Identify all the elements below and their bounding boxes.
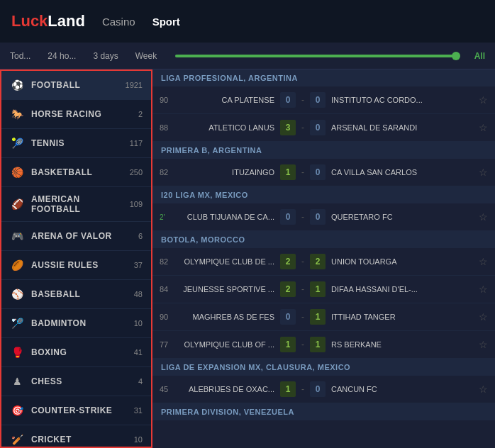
sidebar-item-boxing[interactable]: 🥊 BOXING 41 bbox=[1, 338, 151, 367]
match-time: 82 bbox=[160, 257, 177, 266]
score-away: 1 bbox=[310, 337, 326, 352]
header: LuckLand Casino Sport bbox=[0, 0, 495, 43]
filter-today[interactable]: Tod... bbox=[6, 48, 35, 64]
sport-icon: ⚾ bbox=[10, 287, 24, 301]
score-home: 1 bbox=[280, 337, 296, 352]
score-separator: - bbox=[301, 257, 304, 267]
sport-icon: 🏸 bbox=[10, 316, 24, 330]
away-team: ITTIHAD TANGER bbox=[331, 313, 473, 321]
sport-label: HORSE RACING bbox=[31, 109, 131, 119]
sidebar-item-arena-of-valor[interactable]: 🎮 ARENA OF VALOR 6 bbox=[1, 222, 151, 251]
sidebar-item-chess[interactable]: ♟ CHESS 4 bbox=[1, 367, 151, 396]
league-header: PRIMERA B, ARGENTINA bbox=[152, 142, 495, 159]
sport-label: BADMINTON bbox=[31, 318, 127, 328]
sidebar-item-badminton[interactable]: 🏸 BADMINTON 10 bbox=[1, 309, 151, 338]
sidebar-item-basketball[interactable]: 🏀 BASKETBALL 250 bbox=[1, 158, 151, 187]
home-team: OLYMPIQUE CLUB OF ... bbox=[182, 340, 274, 349]
sidebar-item-counter-strike[interactable]: 🎯 COUNTER-STRIKE 31 bbox=[1, 396, 151, 425]
score-away: 1 bbox=[310, 281, 326, 297]
away-team: CA VILLA SAN CARLOS bbox=[331, 168, 473, 177]
favorite-icon[interactable]: ☆ bbox=[479, 383, 488, 395]
match-time: 88 bbox=[160, 123, 177, 132]
filter-week[interactable]: Week bbox=[131, 48, 161, 64]
sport-icon: 🏈 bbox=[10, 197, 24, 211]
main-layout: ⚽ FOOTBALL 1921 🐎 HORSE RACING 2 🎾 TENNI… bbox=[0, 69, 495, 448]
home-team: CLUB TIJUANA DE CA... bbox=[182, 213, 274, 221]
away-team: RS BERKANE bbox=[331, 340, 473, 349]
match-time: 90 bbox=[160, 96, 177, 104]
sport-label: CRICKET bbox=[31, 435, 127, 444]
sport-count: 1921 bbox=[126, 81, 143, 89]
score-separator: - bbox=[301, 384, 304, 394]
match-row: 82 OLYMPIQUE CLUB DE ... 2 - 2 UNION TOU… bbox=[152, 248, 495, 276]
sport-label: CHESS bbox=[31, 376, 131, 386]
sidebar-item-baseball[interactable]: ⚾ BASEBALL 48 bbox=[1, 280, 151, 309]
sport-count: 48 bbox=[134, 290, 143, 298]
sidebar-item-tennis[interactable]: 🎾 TENNIS 117 bbox=[1, 129, 151, 158]
logo-red: Luck bbox=[11, 12, 48, 30]
league-header: PRIMERA DIVISION, VENEZUELA bbox=[152, 403, 495, 420]
sidebar: ⚽ FOOTBALL 1921 🐎 HORSE RACING 2 🎾 TENNI… bbox=[0, 69, 152, 448]
sidebar-item-cricket[interactable]: 🏏 CRICKET 10 bbox=[1, 425, 151, 448]
score-separator: - bbox=[301, 312, 304, 322]
match-row: 90 MAGHREB AS DE FES 0 - 1 ITTIHAD TANGE… bbox=[152, 303, 495, 331]
sidebar-item-american-football[interactable]: 🏈 AMERICAN FOOTBALL 109 bbox=[1, 187, 151, 222]
slider-fill bbox=[175, 55, 455, 57]
home-team: ITUZAINGO bbox=[182, 168, 274, 177]
logo-white: Land bbox=[48, 12, 85, 30]
score-home: 1 bbox=[280, 381, 296, 397]
time-slider[interactable] bbox=[175, 55, 455, 57]
favorite-icon[interactable]: ☆ bbox=[479, 122, 488, 133]
away-team: QUERETARO FC bbox=[331, 213, 473, 221]
sport-icon: 🐎 bbox=[10, 107, 24, 121]
sport-count: 41 bbox=[134, 348, 143, 357]
score-home: 0 bbox=[280, 309, 296, 325]
match-time: 82 bbox=[160, 168, 177, 177]
match-time: 90 bbox=[160, 313, 177, 321]
sport-icon: 🎮 bbox=[10, 229, 24, 243]
sidebar-item-horse-racing[interactable]: 🐎 HORSE RACING 2 bbox=[1, 100, 151, 129]
score-separator: - bbox=[301, 95, 304, 105]
filter-3days[interactable]: 3 days bbox=[89, 48, 122, 64]
sidebar-item-football[interactable]: ⚽ FOOTBALL 1921 bbox=[1, 71, 151, 100]
nav-casino[interactable]: Casino bbox=[102, 16, 135, 28]
sport-count: 250 bbox=[130, 168, 143, 177]
match-row: 45 ALEBRIJES DE OXAC... 1 - 0 CANCUN FC … bbox=[152, 376, 495, 403]
nav-sport[interactable]: Sport bbox=[152, 16, 180, 28]
match-row: 2' CLUB TIJUANA DE CA... 0 - 0 QUERETARO… bbox=[152, 203, 495, 231]
home-team: MAGHREB AS DE FES bbox=[182, 313, 274, 321]
favorite-icon[interactable]: ☆ bbox=[479, 339, 488, 350]
score-separator: - bbox=[301, 284, 304, 294]
score-home: 0 bbox=[280, 209, 296, 225]
away-team: ARSENAL DE SARANDI bbox=[331, 123, 473, 132]
sport-label: COUNTER-STRIKE bbox=[31, 405, 127, 415]
sport-label: BOXING bbox=[31, 347, 127, 357]
favorite-icon[interactable]: ☆ bbox=[479, 256, 488, 267]
score-away: 0 bbox=[310, 209, 326, 225]
score-home: 0 bbox=[280, 92, 296, 108]
filter-all[interactable]: All bbox=[470, 48, 489, 64]
match-time: 77 bbox=[160, 340, 177, 349]
score-home: 2 bbox=[280, 254, 296, 269]
sport-icon: 🏏 bbox=[10, 432, 24, 447]
favorite-icon[interactable]: ☆ bbox=[479, 94, 488, 106]
away-team: UNION TOUARGA bbox=[331, 257, 473, 266]
score-home: 2 bbox=[280, 281, 296, 297]
sport-count: 117 bbox=[130, 139, 143, 147]
content-area: LIGA PROFESIONAL, ARGENTINA 90 CA PLATEN… bbox=[152, 69, 495, 448]
match-time: 2' bbox=[160, 213, 177, 221]
sport-label: AUSSIE RULES bbox=[31, 260, 127, 270]
score-separator: - bbox=[301, 212, 304, 222]
favorite-icon[interactable]: ☆ bbox=[479, 311, 488, 323]
favorite-icon[interactable]: ☆ bbox=[479, 167, 488, 178]
favorite-icon[interactable]: ☆ bbox=[479, 211, 488, 223]
score-away: 0 bbox=[310, 381, 326, 397]
sport-icon: 🎾 bbox=[10, 136, 24, 150]
home-team: OLYMPIQUE CLUB DE ... bbox=[182, 257, 274, 266]
sport-label: FOOTBALL bbox=[31, 80, 118, 90]
sidebar-item-aussie-rules[interactable]: 🏉 AUSSIE RULES 37 bbox=[1, 251, 151, 280]
filter-24h[interactable]: 24 ho... bbox=[43, 48, 80, 64]
favorite-icon[interactable]: ☆ bbox=[479, 284, 488, 295]
away-team: CANCUN FC bbox=[331, 385, 473, 393]
match-row: 82 ITUZAINGO 1 - 0 CA VILLA SAN CARLOS ☆ bbox=[152, 159, 495, 186]
